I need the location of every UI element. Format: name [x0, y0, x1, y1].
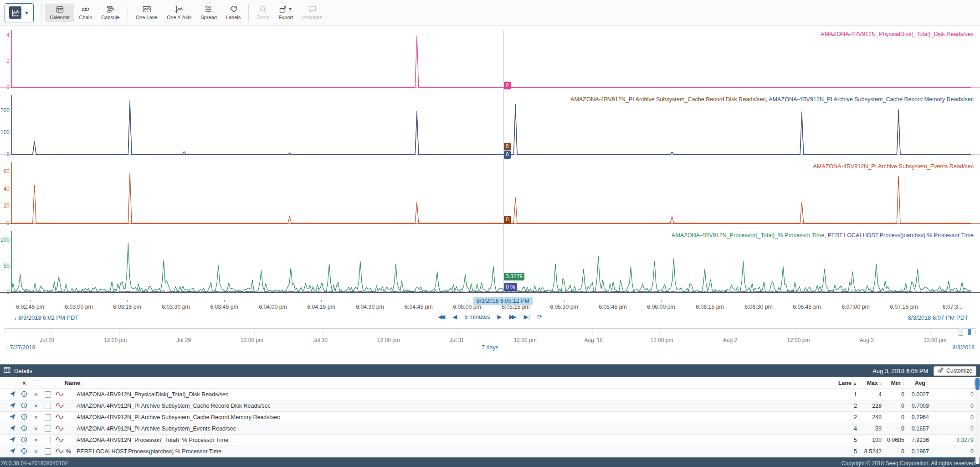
scrollbar-thumb[interactable] [975, 378, 980, 390]
y-axis-tick-label: 0 [0, 84, 10, 90]
info-icon[interactable] [21, 448, 27, 456]
signal-icon [56, 402, 64, 410]
range-start-link[interactable]: ↓ 8/3/2018 6:02 PM PDT [14, 314, 78, 321]
remove-icon[interactable]: × [34, 437, 38, 443]
caret-down-icon: ▼ [288, 7, 292, 11]
y-axis-line [11, 95, 12, 155]
remove-icon[interactable]: × [34, 414, 38, 420]
step-forward-button[interactable]: ▶ [498, 313, 502, 320]
details-table-row[interactable]: ×AMAZONA-4RV912N_Processor(_Total)_% Pro… [0, 435, 980, 446]
timeline-tick [390, 329, 390, 335]
details-table-row[interactable]: ×%PERF.LOCALHOST.Process(piarchss).% Pro… [0, 446, 980, 457]
row-checkbox[interactable] [45, 391, 51, 398]
labels-button[interactable]: Labels [222, 4, 245, 21]
lane-cell: 5 [831, 448, 858, 455]
select-all-checkbox[interactable] [33, 380, 39, 386]
details-table-row[interactable]: ×AMAZONA-4RV912N_PhysicalDisk(_Total)_Di… [0, 389, 980, 400]
details-table-row[interactable]: ×AMAZONA-4RV912N_PI Archive Subsystem_Ev… [0, 423, 980, 435]
timeline-tick [187, 329, 187, 335]
trend-lane-1[interactable]: 420AMAZONA-4RV912N_PhysicalDisk(_Total)_… [0, 30, 980, 88]
navigate-icon[interactable] [9, 390, 16, 399]
chain-button[interactable]: Chain [75, 4, 97, 21]
refresh-icon[interactable]: ⟳ [537, 313, 542, 320]
info-icon[interactable] [21, 391, 27, 399]
column-header-avg[interactable]: Avg↕ [905, 380, 930, 386]
footer: 20.0.38.04-v201808040102 Copyright © 201… [0, 457, 980, 467]
avg-cell: 0.0027 [905, 391, 930, 398]
investigate-end-link[interactable]: 8/3/2018 [952, 344, 975, 351]
avg-cell: 0.7964 [905, 414, 930, 420]
step-back-button[interactable]: ◀ [452, 313, 457, 320]
remove-icon[interactable]: × [34, 425, 38, 432]
jump-to-end-button[interactable]: ▶| [524, 313, 530, 320]
one-lane-button[interactable]: One Lane [132, 4, 162, 21]
timeline-handle[interactable] [959, 328, 963, 336]
navigate-icon[interactable] [9, 413, 16, 421]
trend-lane-3[interactable]: 6040200AMAZONA-4RV912N_PI Archive Subsys… [0, 162, 980, 224]
lane-series-label: AMAZONA-4RV912N_PhysicalDisk(_Total)_Dis… [821, 31, 974, 37]
remove-icon[interactable]: × [34, 403, 38, 409]
step-forward-fast-button[interactable]: ▶▶ [509, 313, 517, 320]
capsule-button[interactable]: Capsule [97, 4, 123, 21]
cursor-value-badge: 3.3279 [504, 273, 524, 280]
column-header-lane[interactable]: Lane▲ [831, 380, 858, 386]
duration-link[interactable]: 5 minutes [464, 313, 490, 320]
x-axis-tick-label: 6:06:00 pm [647, 304, 675, 310]
navigate-icon[interactable] [9, 436, 16, 444]
timeline-tick [863, 329, 863, 335]
navigate-icon[interactable] [9, 425, 16, 433]
timeline-track[interactable] [5, 328, 975, 335]
timeline-tick [930, 329, 931, 335]
row-checkbox[interactable] [45, 448, 51, 455]
info-icon[interactable] [21, 414, 27, 421]
x-axis-tick [127, 300, 128, 302]
investigate-duration-link[interactable]: 7 days [482, 344, 498, 351]
investigate-start-link[interactable]: ↑ 7/27/2018 [5, 344, 35, 351]
max-cell: 228 [858, 403, 883, 409]
capsule-icon [107, 5, 114, 13]
chart-type-dropdown[interactable]: ▼ [5, 3, 34, 22]
row-checkbox[interactable] [45, 403, 51, 409]
details-table-row[interactable]: ×AMAZONA-4RV912N_PI Archive Subsystem_Ca… [0, 412, 980, 423]
column-header-min[interactable]: Min↕ [883, 380, 905, 386]
x-axis-tick [953, 300, 953, 302]
navigate-icon[interactable] [9, 402, 16, 410]
remove-icon[interactable]: × [34, 391, 38, 398]
info-icon[interactable] [21, 425, 27, 433]
y-axis-tick-label: 50 [0, 263, 10, 269]
details-table: × Name↕ Lane▲ Max↕ Min↕ Avg↕ ×AMAZONA-4R… [0, 377, 980, 457]
details-table-row[interactable]: ×AMAZONA-4RV912N_PI Archive Subsystem_Ca… [0, 400, 980, 412]
info-icon[interactable] [21, 436, 27, 444]
timeline-selected-range[interactable] [968, 329, 971, 335]
timeline-tick-label: 12:00 pm [241, 337, 263, 343]
one-y-axis-button[interactable]: One Y-Axis [163, 4, 195, 21]
export-button[interactable]: ▼Export [274, 4, 297, 21]
navigate-icon[interactable] [9, 447, 16, 456]
annotate-button[interactable]: Annotate [298, 4, 326, 21]
remove-icon[interactable]: × [34, 448, 38, 455]
table-scrollbar[interactable] [975, 378, 980, 464]
calendar-button[interactable]: Calendar [46, 4, 74, 21]
timeline-tick [728, 329, 728, 335]
spread-button[interactable]: Spread [196, 4, 221, 21]
details-title: Details [14, 368, 32, 374]
step-back-fast-button[interactable]: ◀◀ [438, 313, 445, 320]
sort-icon: ↕ [902, 381, 904, 386]
column-header-max[interactable]: Max↕ [858, 380, 883, 386]
timeline-tick [795, 329, 795, 335]
remove-all-icon[interactable]: × [22, 380, 26, 386]
trend-lane-2[interactable]: 2001000AMAZONA-4RV912N_PI Archive Subsys… [0, 95, 980, 155]
zoom-button[interactable]: Zoom [252, 4, 273, 21]
y-axis-tick-label: 4 [0, 32, 10, 38]
timeline-scrubber: Jul 2812:00 pmJul 2912:00 pmJul 3012:00 … [0, 328, 980, 353]
info-icon[interactable] [21, 402, 27, 410]
row-checkbox[interactable] [45, 437, 51, 443]
customize-button[interactable]: Customize [934, 366, 976, 376]
trend-lane-4[interactable]: 100500AMAZONA-4RV912N_Processor(_Total)_… [0, 231, 980, 293]
row-checkbox[interactable] [45, 414, 51, 420]
x-axis-tick-label: 6:04:15 pm [307, 304, 335, 310]
timeline-tick [322, 329, 323, 335]
row-checkbox[interactable] [45, 425, 51, 432]
x-axis-tick-label: 6:06:45 pm [793, 304, 821, 310]
column-header-name[interactable]: Name↕ [65, 380, 831, 386]
